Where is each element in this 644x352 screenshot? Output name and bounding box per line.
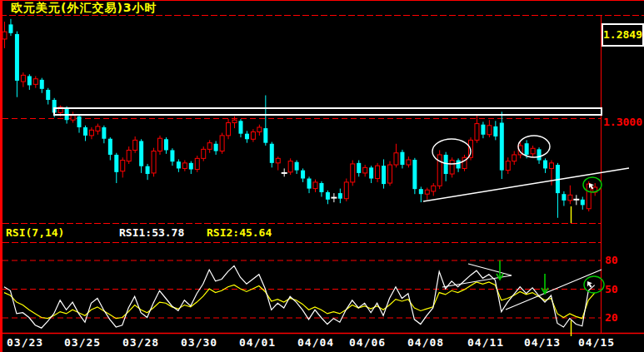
price-level-label: 1.3000 [603,116,642,128]
x-axis-label: 03/30 [181,336,217,349]
chart-window: 欧元美元(外汇交易)3小时 RSI(7,14) RSI1:53.78 RSI2:… [0,0,644,352]
window-title: 欧元美元(外汇交易)3小时 [11,1,157,16]
rsi2-value-label: RSI2:45.64 [207,226,272,239]
x-axis-label: 04/11 [467,336,504,349]
rsi-indicator-label: RSI(7,14) [6,226,64,239]
x-axis-label: 03/25 [64,336,101,349]
x-axis-label: 04/15 [578,336,615,349]
grid-lines [2,119,602,319]
rsi-level-20: 20 [605,311,618,324]
x-axis-label: 04/04 [297,336,334,349]
x-axis-label: 04/06 [349,336,386,349]
chart-canvas[interactable] [0,0,644,352]
x-axis-label: 04/08 [407,336,444,349]
x-axis-label: 04/01 [239,336,276,349]
rsi-lines [4,265,595,328]
rsi-level-80: 80 [605,254,618,266]
last-price-box: 1.2849 [602,23,644,47]
annotations [54,108,629,310]
x-axis-label: 03/28 [122,336,159,349]
rsi-level-50: 50 [605,283,618,295]
rsi1-value-label: RSI1:53.78 [119,226,184,239]
last-price-value: 1.2849 [603,28,642,41]
x-axis-label: 03/23 [7,336,43,349]
x-axis-label: 04/13 [524,336,561,349]
